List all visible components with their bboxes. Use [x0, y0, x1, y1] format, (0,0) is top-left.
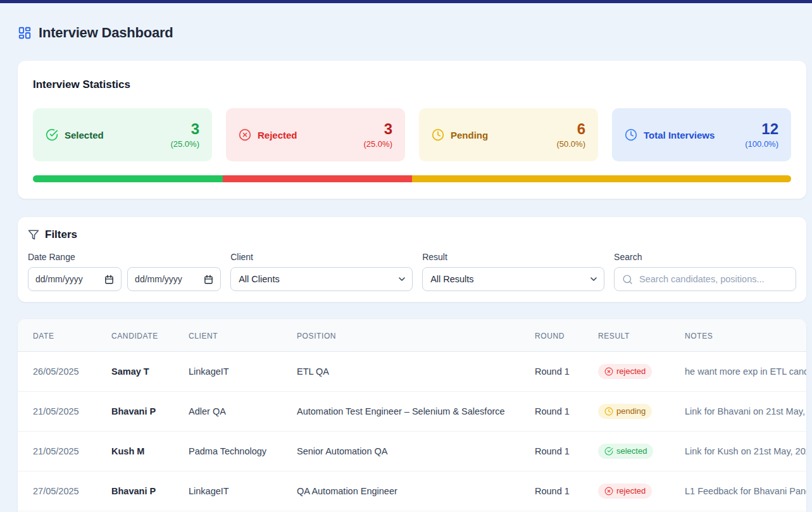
- stat-percentage: (25.0%): [363, 139, 392, 149]
- cell-candidate: Bhavani P: [101, 471, 178, 511]
- cell-client: LinkageIT: [178, 352, 287, 392]
- cell-round: Round 1: [525, 352, 588, 392]
- date-to-input[interactable]: dd/mm/yyyy: [127, 267, 221, 291]
- stat-label: Pending: [451, 130, 488, 140]
- cell-notes: L1 Feedback for Bhavani Pand: [675, 471, 806, 511]
- calendar-icon[interactable]: [104, 275, 114, 284]
- cell-notes: Link for Bhavani on 21st May, 2: [675, 392, 806, 432]
- table-header-row: DATE CANDIDATE CLIENT POSITION ROUND RES…: [18, 319, 806, 352]
- stat-value: 3: [170, 121, 199, 137]
- cell-result: selected: [588, 432, 675, 471]
- column-header-round: ROUND: [525, 319, 588, 352]
- date-from-value: dd/mm/yyyy: [35, 274, 83, 284]
- cell-round: Round 1: [525, 432, 588, 471]
- stat-label: Rejected: [258, 130, 297, 140]
- cell-date: 21/05/2025: [18, 392, 101, 432]
- clock-icon: [604, 407, 613, 416]
- stat-card-pending: Pending 6 (50.0%): [419, 108, 598, 161]
- cell-candidate: Kush M: [101, 432, 178, 471]
- cell-client: Adler QA: [178, 392, 287, 432]
- check-circle-icon: [604, 447, 613, 456]
- client-filter: Client All Clients: [230, 252, 413, 291]
- x-circle-icon: [239, 128, 251, 141]
- stat-value: 3: [363, 121, 392, 137]
- progress-segment-pending: [412, 175, 791, 182]
- status-badge-rejected: rejected: [598, 364, 652, 379]
- stat-percentage: (100.0%): [745, 139, 778, 149]
- date-range-filter: Date Range dd/mm/yyyy dd/mm/yyyy: [28, 252, 221, 291]
- cell-position: ETL QA: [287, 352, 525, 392]
- date-to-value: dd/mm/yyyy: [135, 274, 182, 284]
- cell-result: rejected: [588, 471, 675, 511]
- cell-position: Senior Automation QA: [287, 432, 525, 471]
- search-label: Search: [614, 252, 796, 262]
- table-row: 21/05/2025 Bhavani P Adler QA Automation…: [18, 392, 806, 432]
- client-label: Client: [230, 252, 413, 262]
- date-range-label: Date Range: [28, 252, 221, 262]
- search-icon: [622, 274, 633, 285]
- column-header-position: POSITION: [287, 319, 525, 352]
- top-accent-bar: [0, 0, 812, 3]
- status-badge-pending: pending: [598, 404, 652, 419]
- progress-segment-selected: [33, 175, 223, 182]
- stat-percentage: (25.0%): [170, 139, 199, 149]
- cell-date: 21/05/2025: [18, 432, 101, 471]
- x-circle-icon: [604, 487, 613, 496]
- filters-card: Filters Date Range dd/mm/yyyy dd/mm/yyyy: [18, 217, 806, 302]
- client-select[interactable]: All Clients: [230, 267, 413, 291]
- interviews-table: DATE CANDIDATE CLIENT POSITION ROUND RES…: [18, 319, 806, 512]
- table-row: 21/05/2025 Kush M Padma Technology Senio…: [18, 432, 806, 471]
- column-header-result: RESULT: [588, 319, 675, 352]
- column-header-date: DATE: [18, 319, 101, 352]
- page-title: Interview Dashboard: [39, 25, 173, 41]
- cell-round: Round 1: [525, 392, 588, 432]
- cell-date: 27/05/2025: [18, 471, 101, 511]
- stat-card-selected: Selected 3 (25.0%): [33, 108, 212, 161]
- status-badge-selected: selected: [598, 444, 653, 459]
- table-row: 27/05/2025 Bhavani P LinkageIT QA Automa…: [18, 471, 806, 511]
- check-circle-icon: [46, 128, 58, 141]
- dashboard-icon: [18, 26, 32, 40]
- cell-notes: he want more exp in ETL cand: [675, 352, 806, 392]
- results-progress-bar: [33, 175, 791, 182]
- stat-label: Total Interviews: [644, 130, 715, 140]
- progress-segment-rejected: [223, 175, 413, 182]
- status-badge-rejected: rejected: [598, 484, 652, 499]
- search-filter: Search: [614, 252, 796, 291]
- result-label: Result: [422, 252, 604, 262]
- cell-result: pending: [588, 392, 675, 432]
- cell-round: Round 1: [525, 471, 588, 511]
- stat-percentage: (50.0%): [556, 139, 585, 149]
- stats-card: Interview Statistics Selected 3 (25.0%) …: [18, 61, 806, 199]
- calendar-icon[interactable]: [204, 275, 213, 284]
- cell-candidate: Samay T: [101, 352, 178, 392]
- column-header-client: CLIENT: [178, 319, 287, 352]
- search-input[interactable]: [638, 273, 788, 285]
- clock-icon: [625, 128, 637, 141]
- result-select[interactable]: All Results: [422, 267, 604, 291]
- stat-label: Selected: [65, 130, 104, 140]
- cell-client: LinkageIT: [178, 471, 287, 511]
- cell-client: Padma Technology: [178, 432, 287, 471]
- stats-heading: Interview Statistics: [33, 78, 791, 91]
- cell-candidate: Bhavani P: [101, 392, 178, 432]
- column-header-candidate: CANDIDATE: [101, 319, 178, 352]
- clock-icon: [432, 128, 444, 141]
- stat-value: 12: [745, 121, 778, 137]
- funnel-icon: [28, 229, 39, 240]
- column-header-notes: NOTES: [675, 319, 806, 352]
- table-row: 26/05/2025 Samay T LinkageIT ETL QA Roun…: [18, 352, 806, 392]
- date-from-input[interactable]: dd/mm/yyyy: [28, 267, 122, 291]
- stat-card-total-interviews: Total Interviews 12 (100.0%): [612, 108, 791, 161]
- cell-position: QA Automation Engineer: [287, 471, 525, 511]
- cell-date: 26/05/2025: [18, 352, 101, 392]
- page-header: Interview Dashboard: [18, 25, 812, 41]
- stat-card-rejected: Rejected 3 (25.0%): [226, 108, 405, 161]
- result-filter: Result All Results: [422, 252, 604, 291]
- filters-heading: Filters: [45, 228, 77, 241]
- stat-value: 6: [556, 121, 585, 137]
- interviews-table-card[interactable]: DATE CANDIDATE CLIENT POSITION ROUND RES…: [18, 319, 806, 512]
- x-circle-icon: [604, 367, 613, 376]
- cell-notes: Link for Kush on 21st May, 202: [675, 432, 806, 471]
- cell-result: rejected: [588, 352, 675, 392]
